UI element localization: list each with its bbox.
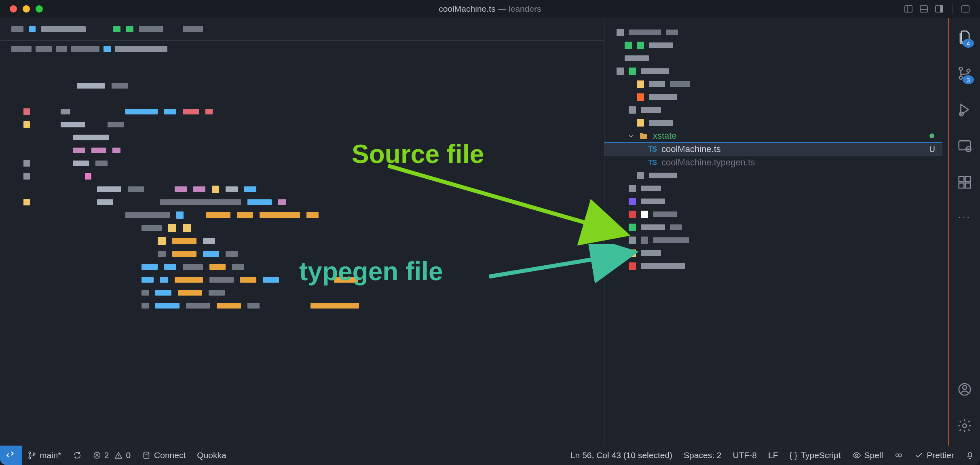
- remote-explorer-tab[interactable]: [957, 138, 972, 155]
- activity-bar: 4 3 ···: [948, 18, 980, 446]
- window-title: coolMachine.ts — leanders: [439, 4, 541, 14]
- connect-status[interactable]: Connect: [136, 446, 191, 465]
- svg-rect-14: [965, 177, 971, 182]
- encoding-label: UTF-8: [733, 450, 757, 460]
- source-control-tab[interactable]: 3: [957, 66, 972, 82]
- customize-layout-icon[interactable]: [961, 4, 970, 14]
- explorer-tab[interactable]: 4: [957, 29, 972, 46]
- file-label: coolMachine.typegen.ts: [661, 157, 755, 168]
- svg-rect-16: [965, 183, 971, 188]
- svg-rect-11: [959, 141, 971, 150]
- editor-group[interactable]: [0, 18, 604, 446]
- folder-icon: [639, 132, 648, 140]
- remote-icon: [6, 450, 16, 461]
- editor-content[interactable]: [0, 58, 604, 446]
- explorer[interactable]: xstate TS coolMachine.ts U TS coolMachin…: [604, 18, 948, 446]
- branch-status[interactable]: main*: [22, 446, 67, 465]
- separator: [952, 4, 953, 14]
- run-debug-tab[interactable]: [957, 102, 972, 119]
- quokka-status[interactable]: Quokka: [191, 446, 232, 465]
- svg-point-22: [29, 452, 31, 454]
- app-window: coolMachine.ts — leanders: [0, 0, 980, 465]
- folder-label: xstate: [653, 131, 677, 141]
- folder-xstate[interactable]: xstate: [604, 129, 942, 142]
- svg-rect-15: [959, 183, 964, 188]
- toggle-panel-icon[interactable]: [919, 4, 929, 14]
- typescript-icon: TS: [648, 145, 657, 154]
- cursor-label: Ln 56, Col 43 (10 selected): [570, 450, 672, 460]
- breadcrumbs[interactable]: [0, 41, 604, 57]
- svg-point-19: [963, 424, 967, 428]
- remote-indicator[interactable]: [0, 446, 22, 465]
- run-debug-icon: [957, 102, 972, 117]
- svg-point-26: [144, 452, 149, 454]
- svg-point-7: [959, 67, 963, 70]
- title-sep: —: [495, 4, 509, 13]
- bell-icon: [965, 451, 974, 460]
- toggle-secondary-sidebar-icon[interactable]: [934, 4, 944, 14]
- workbench: xstate TS coolMachine.ts U TS coolMachin…: [0, 18, 980, 446]
- file-coolmachine[interactable]: TS coolMachine.ts U: [604, 142, 942, 156]
- eye-icon: [852, 451, 861, 460]
- more-tab[interactable]: ···: [958, 211, 971, 222]
- connect-label: Connect: [154, 450, 186, 460]
- scm-badge: 3: [963, 75, 974, 84]
- svg-point-27: [855, 454, 858, 457]
- close-icon[interactable]: [10, 5, 17, 13]
- svg-point-24: [33, 453, 35, 455]
- file-tree[interactable]: xstate TS coolMachine.ts U TS coolMachin…: [604, 26, 942, 446]
- indentation-status[interactable]: Spaces: 2: [678, 446, 727, 465]
- copilot-status[interactable]: [889, 446, 909, 465]
- branch-icon: [27, 451, 36, 460]
- svg-point-18: [963, 386, 967, 390]
- svg-rect-0: [905, 6, 912, 12]
- extensions-icon: [957, 175, 972, 190]
- error-icon: [93, 451, 101, 459]
- maximize-icon[interactable]: [36, 5, 43, 13]
- braces-icon: { }: [790, 450, 798, 460]
- warning-count: 0: [126, 450, 131, 460]
- explorer-badge: 4: [963, 39, 974, 48]
- status-bar: main* 2 0 Connect Quokka Ln 56, Col 43 (…: [0, 446, 980, 465]
- gear-icon: [957, 418, 972, 433]
- problems-status[interactable]: 2 0: [87, 446, 136, 465]
- eol-status[interactable]: LF: [762, 446, 784, 465]
- git-status-badge: U: [929, 145, 935, 154]
- spaces-label: Spaces: 2: [684, 450, 721, 460]
- svg-rect-5: [940, 6, 943, 12]
- error-count: 2: [104, 450, 109, 460]
- traffic-lights: [0, 5, 43, 13]
- typescript-icon: TS: [648, 159, 657, 167]
- spell-label: Spell: [864, 450, 883, 460]
- toggle-primary-sidebar-icon[interactable]: [904, 4, 913, 14]
- copilot-icon: [894, 451, 903, 460]
- eol-label: LF: [768, 450, 778, 460]
- titlebar: coolMachine.ts — leanders: [0, 0, 980, 18]
- prettier-status[interactable]: Prettier: [909, 446, 960, 465]
- language-status[interactable]: { } TypeScript: [784, 446, 847, 465]
- cursor-position[interactable]: Ln 56, Col 43 (10 selected): [565, 446, 678, 465]
- sync-icon: [73, 451, 82, 460]
- branch-name: main*: [40, 450, 61, 460]
- svg-point-8: [959, 76, 963, 79]
- settings-tab[interactable]: [957, 418, 972, 435]
- title-file: coolMachine.ts: [439, 4, 495, 13]
- notifications-status[interactable]: [960, 446, 980, 465]
- git-modified-dot-icon: [929, 133, 934, 138]
- editor-tabs[interactable]: [0, 18, 604, 41]
- chevron-down-icon: [628, 133, 634, 139]
- accounts-tab[interactable]: [957, 382, 972, 399]
- encoding-status[interactable]: UTF-8: [727, 446, 763, 465]
- minimize-icon[interactable]: [23, 5, 30, 13]
- svg-point-9: [967, 69, 970, 72]
- extensions-tab[interactable]: [957, 175, 972, 192]
- remote-explorer-icon: [957, 138, 972, 154]
- sync-status[interactable]: [67, 446, 87, 465]
- file-coolmachine-typegen[interactable]: TS coolMachine.typegen.ts: [604, 156, 942, 169]
- spell-status[interactable]: Spell: [847, 446, 889, 465]
- prettier-label: Prettier: [927, 450, 954, 460]
- quokka-label: Quokka: [197, 450, 226, 460]
- svg-rect-2: [920, 6, 927, 12]
- svg-point-29: [899, 454, 902, 457]
- account-icon: [957, 382, 972, 397]
